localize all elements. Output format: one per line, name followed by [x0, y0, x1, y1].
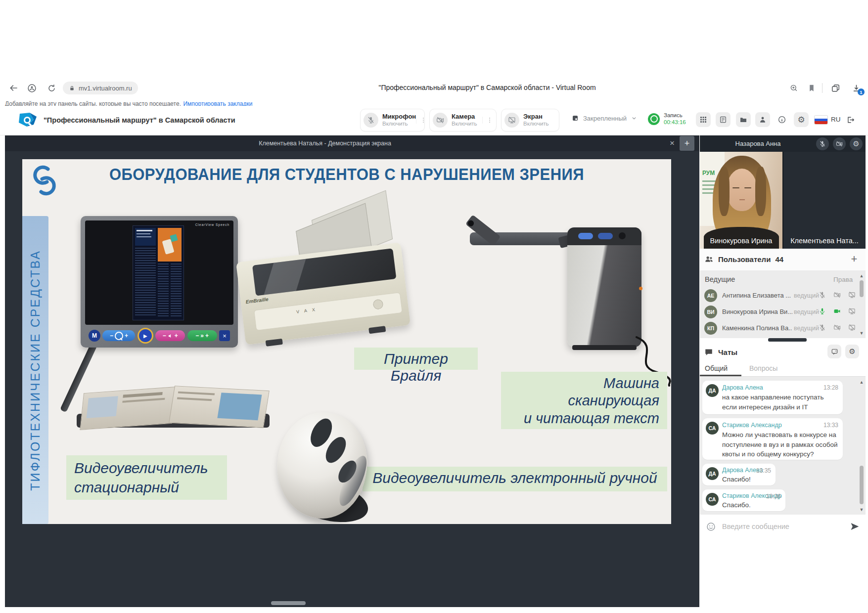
add-share-icon[interactable]: +	[680, 136, 694, 151]
camera-button[interactable]: Камера Включить	[429, 109, 497, 131]
close-share-icon[interactable]: ×	[667, 138, 678, 149]
mic-action: Включить	[382, 121, 416, 127]
exit-icon[interactable]	[843, 112, 858, 127]
pinned-label: Закрепленный	[583, 115, 627, 122]
label-stationary-magnifier: Видеоувеличитель стационарный	[66, 455, 227, 500]
slide-title: ОБОРУДОВАНИЕ ДЛЯ СТУДЕНТОВ С НАРУШЕНИЕМ …	[42, 165, 651, 184]
user-row[interactable]: ВИ Винокурова Ирина Ви... ведущий	[700, 304, 859, 320]
chevron-down-icon	[631, 115, 638, 122]
add-user-button[interactable]: +	[848, 253, 861, 265]
room-title: "Профессиональный маршрут" в Самарской о…	[44, 116, 235, 124]
screen-share-button[interactable]: Экран Включить	[501, 109, 559, 131]
tab-general[interactable]: Общий	[705, 364, 728, 372]
chat-messages: ДА Дарова Алена 13:28 на какое направлен…	[700, 377, 866, 515]
scroll-down-icon[interactable]: ▼	[859, 331, 865, 336]
monitor-speed-controls: −»+	[187, 330, 217, 341]
panel-resize-handle[interactable]	[768, 338, 807, 342]
avatar: АЕ	[704, 289, 717, 302]
send-icon[interactable]	[850, 522, 860, 531]
scroll-up-icon[interactable]: ▲	[859, 380, 865, 385]
chat-settings-icon[interactable]: ⚙	[845, 345, 859, 358]
tab-questions[interactable]: Вопросы	[749, 364, 777, 372]
users-scrollbar[interactable]	[860, 280, 864, 297]
avatar: ДА	[706, 384, 719, 397]
video-tile-2[interactable]: Клементьева Ната...	[783, 152, 866, 249]
flag-ru-icon[interactable]	[815, 116, 827, 124]
lang-label[interactable]: RU	[831, 116, 841, 123]
poster-text: РУМ	[702, 170, 715, 176]
chat-header: Чаты	[704, 348, 737, 356]
mic-kebab-icon[interactable]	[416, 117, 427, 124]
monitor-close-button: ×	[219, 330, 230, 341]
chat-message: ДА Дарова Алена 13:28 на какое направлен…	[702, 381, 843, 414]
slide-side-label: ТИФЛОТЕХНИЧЕСКИЕ СРЕДСТВА	[28, 250, 43, 491]
magnifier-monitor: ClearView Speech	[81, 216, 238, 348]
users-title: Пользователи	[718, 255, 771, 263]
users-rights-label: Права	[833, 276, 853, 283]
printer-brand: EmBraille	[245, 297, 269, 305]
refresh-icon[interactable]	[46, 82, 57, 94]
monitor-brand: ClearView Speech	[195, 223, 229, 226]
mic-off-icon[interactable]	[819, 324, 826, 331]
browser-account-icon[interactable]	[26, 82, 38, 94]
record-indicator[interactable]: Запись 00:43:16	[648, 112, 686, 126]
profile-icon[interactable]	[755, 112, 770, 127]
screen-off-icon[interactable]	[848, 291, 856, 299]
user-row[interactable]: АЕ Антипина Елизавета ... ведущий	[700, 287, 859, 304]
scroll-up-icon[interactable]: ▲	[859, 273, 865, 278]
chat-export-icon[interactable]	[827, 345, 841, 358]
layout-selector[interactable]: Закрепленный	[571, 114, 638, 122]
mic-off-icon[interactable]	[819, 291, 826, 299]
camera-off-icon[interactable]	[833, 291, 841, 299]
screen-share-area: Клементьева Наталья - Демонстрация экран…	[5, 135, 699, 607]
camera-off-icon[interactable]	[833, 324, 841, 331]
camera-kebab-icon[interactable]	[482, 117, 493, 124]
users-group-label: Ведущие	[705, 275, 735, 283]
speaker-mic-off-icon[interactable]	[816, 137, 829, 150]
record-time: 00:43:16	[664, 119, 686, 126]
screenshot-root: mv1.virtualroom.ru "Профессиональный мар…	[0, 0, 868, 613]
collections-icon[interactable]	[830, 83, 841, 93]
video-tile-1[interactable]: РУМ Винокурова Ирина	[700, 152, 782, 249]
bookmark-icon[interactable]	[806, 83, 817, 93]
tab-underline	[700, 375, 741, 376]
users-list: Ведущие Права АЕ Антипина Елизавета ... …	[700, 270, 866, 338]
share-scrollbar[interactable]	[271, 601, 306, 605]
app-header: "Профессиональный маршрут" в Самарской о…	[0, 106, 868, 135]
screen-off-icon[interactable]	[848, 307, 856, 315]
address-bar[interactable]: mv1.virtualroom.ru	[63, 82, 138, 94]
slide-side-banner: ТИФЛОТЕХНИЧЕСКИЕ СРЕДСТВА	[22, 216, 48, 524]
camera-label: Камера	[452, 113, 477, 121]
chat-input[interactable]	[721, 522, 832, 531]
screen-action: Включить	[523, 121, 549, 127]
speaker-settings-icon[interactable]: ⚙	[850, 137, 863, 150]
printer-controls-text: V A X	[296, 307, 317, 314]
notes-icon[interactable]	[716, 112, 731, 127]
avatar: КП	[704, 322, 717, 335]
zoom-icon[interactable]	[788, 83, 799, 93]
tile1-name: Винокурова Ирина	[700, 237, 782, 245]
download-icon[interactable]: 1	[851, 83, 862, 93]
pinned-view-icon	[571, 114, 579, 122]
mic-off-icon	[364, 113, 378, 128]
info-icon[interactable]	[775, 112, 789, 127]
settings-gear-icon[interactable]: ⚙	[794, 112, 809, 127]
screen-label: Экран	[523, 113, 549, 121]
camera-on-icon[interactable]	[833, 307, 841, 315]
user-row[interactable]: КП Каменкина Полина Ва... ведущий	[700, 320, 859, 337]
back-icon[interactable]	[8, 82, 20, 94]
sidebar: Назарова Анна ⚙ РУМ	[700, 135, 866, 607]
mic-button[interactable]: Микрофон Включить	[360, 109, 425, 131]
browser-page-title: "Профессиональный маршрут" в Самарской о…	[378, 84, 595, 91]
emoji-icon[interactable]	[706, 522, 716, 532]
screen-off-icon[interactable]	[848, 324, 856, 331]
mic-on-icon[interactable]	[819, 307, 826, 315]
folder-icon[interactable]	[736, 112, 751, 127]
grid-view-icon[interactable]	[696, 112, 711, 127]
speaker-cam-off-icon[interactable]	[833, 137, 846, 150]
monitor-play-button: ▶	[137, 328, 153, 344]
chat-scrollbar[interactable]	[860, 466, 864, 504]
slide: ОБОРУДОВАНИЕ ДЛЯ СТУДЕНТОВ С НАРУШЕНИЕМ …	[22, 159, 671, 524]
scroll-down-icon[interactable]: ▼	[859, 507, 865, 512]
camera-off-icon	[433, 113, 448, 128]
